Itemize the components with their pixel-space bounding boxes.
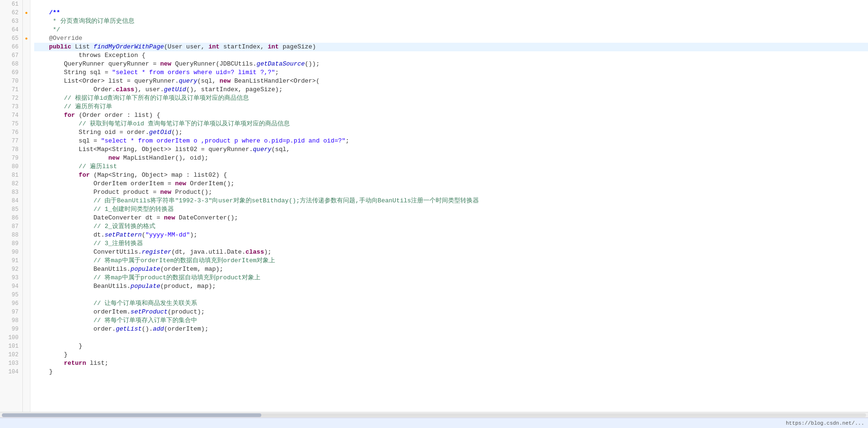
code-line: // 根据订单id查询订单下所有的订单项以及订单项对应的商品信息 — [34, 94, 868, 103]
token-comment: // 将map中属于orderItem的数据自动填充到orderItem对象上 — [34, 257, 275, 264]
line-number: 71 — [4, 86, 19, 94]
scroll-track[interactable] — [2, 413, 866, 417]
code-line — [34, 0, 868, 9]
token-comment: // 让每个订单项和商品发生关联关系 — [34, 300, 197, 307]
token-comment: // 将每个订单项存入订单下的集合中 — [34, 317, 197, 324]
line-number: 103 — [4, 359, 19, 368]
code-line: // 遍历list — [34, 162, 868, 171]
gutter-item — [23, 171, 30, 180]
token-method: populate — [131, 266, 160, 273]
token-kw2: int — [209, 43, 219, 50]
token-plain: (Map<String, Object> map : list02) { — [90, 171, 227, 179]
line-number: 92 — [4, 265, 19, 274]
token-kw2: class — [116, 86, 134, 93]
code-line: new MapListHandler(), oid); — [34, 154, 868, 162]
line-number: 67 — [4, 51, 19, 60]
token-plain: DateConverter dt = — [34, 214, 164, 221]
code-line: dt.setPattern("yyyy-MM-dd"); — [34, 231, 868, 239]
token-comment: * 分页查询我的订单历史信息 — [34, 18, 134, 25]
token-kw2: return — [34, 360, 86, 367]
gutter-item — [23, 188, 30, 197]
code-line: QueryRunner queryRunner = new QueryRunne… — [34, 60, 868, 68]
token-plain: dt. — [34, 231, 105, 238]
gutter-item — [23, 239, 30, 248]
token-plain: QueryRunner queryRunner = — [34, 60, 160, 67]
line-number: 64 — [4, 26, 19, 34]
token-plain: OrderItem orderItem = — [34, 180, 175, 187]
gutter-item — [23, 368, 30, 376]
token-comment: // 遍历所有订单 — [34, 103, 112, 110]
code-area[interactable]: 6162636465666768697071727374757677787980… — [0, 0, 868, 412]
code-line: OrderItem orderItem = new OrderItem(); — [34, 180, 868, 188]
token-plain: throws Exception { — [34, 52, 145, 59]
token-plain: order. — [34, 325, 116, 333]
token-comment: // 3_注册转换器 — [34, 240, 143, 247]
token-plain: BeanListHandler<Order>( — [230, 77, 319, 85]
code-line: throws Exception { — [34, 51, 868, 60]
code-line: } — [34, 368, 868, 376]
code-line: Product product = new Product(); — [34, 188, 868, 197]
gutter-item — [23, 342, 30, 351]
token-plain: (orderItem, map); — [160, 266, 223, 273]
token-plain: (sql, — [271, 146, 290, 153]
gutter-item — [23, 291, 30, 299]
token-plain: (); — [172, 129, 182, 136]
code-line: orderItem.setProduct(product); — [34, 308, 868, 316]
token-kw2: class — [246, 248, 264, 256]
gutter-item — [23, 68, 30, 77]
line-number: 76 — [4, 128, 19, 137]
token-plain: (User user, — [164, 43, 209, 50]
line-number: 84 — [4, 197, 19, 205]
code-line: order.getList().add(orderItem); — [34, 325, 868, 333]
token-annotation: @Override — [34, 35, 82, 42]
scroll-thumb[interactable] — [2, 413, 261, 417]
token-kw2: public — [34, 43, 71, 50]
token-plain: List<Map<String, Object>> list02 = query… — [34, 146, 253, 153]
gutter-item — [23, 222, 30, 231]
token-plain: (orderItem); — [164, 325, 209, 333]
gutter-item — [23, 103, 30, 111]
gutter-item — [23, 154, 30, 162]
horizontal-scrollbar[interactable] — [0, 412, 868, 418]
code-line: for (Order order : list) { — [34, 111, 868, 120]
token-kw2: for — [34, 112, 75, 119]
gutter-item — [23, 231, 30, 239]
line-number: 104 — [4, 368, 19, 376]
line-number: 66 — [4, 43, 19, 51]
token-kw2: new — [34, 154, 119, 162]
token-kw2: new — [164, 214, 175, 221]
line-number: 94 — [4, 282, 19, 291]
token-comment: // 获取到每笔订单oid 查询每笔订单下的订单项以及订单项对应的商品信息 — [34, 120, 290, 127]
line-number: 102 — [4, 351, 19, 359]
line-number: 97 — [4, 308, 19, 316]
line-numbers: 6162636465666768697071727374757677787980… — [0, 0, 23, 412]
token-plain: BeanUtils. — [34, 266, 131, 273]
token-plain: ; — [345, 137, 349, 144]
token-method: register — [142, 248, 171, 256]
gutter-item — [23, 60, 30, 68]
code-line: List<Order> list = queryRunner.query(sql… — [34, 77, 868, 86]
line-number: 79 — [4, 154, 19, 162]
line-number: 88 — [4, 231, 19, 239]
code-line: // 遍历所有订单 — [34, 103, 868, 111]
token-method: getList — [116, 325, 142, 333]
line-number: 86 — [4, 214, 19, 222]
token-plain: } — [34, 351, 67, 358]
token-plain: ); — [190, 231, 198, 238]
code-line: @Override — [34, 34, 868, 43]
line-number: 101 — [4, 342, 19, 351]
code-line: // 3_注册转换器 — [34, 239, 868, 248]
code-line: String oid = order.getOid(); — [34, 128, 868, 137]
gutter-item — [23, 94, 30, 103]
token-str: "yyyy-MM-dd" — [145, 231, 190, 238]
gutter-item — [23, 51, 30, 60]
code-line: // 获取到每笔订单oid 查询每笔订单下的订单项以及订单项对应的商品信息 — [34, 120, 868, 128]
line-number: 80 — [4, 162, 19, 171]
line-number: 85 — [4, 205, 19, 214]
token-kw2: new — [160, 60, 171, 67]
code-line: // 将每个订单项存入订单下的集合中 — [34, 316, 868, 325]
gutter-item — [23, 248, 30, 257]
gutter-item — [23, 316, 30, 325]
token-plain: ); — [264, 248, 272, 256]
token-plain: sql = — [34, 137, 101, 144]
